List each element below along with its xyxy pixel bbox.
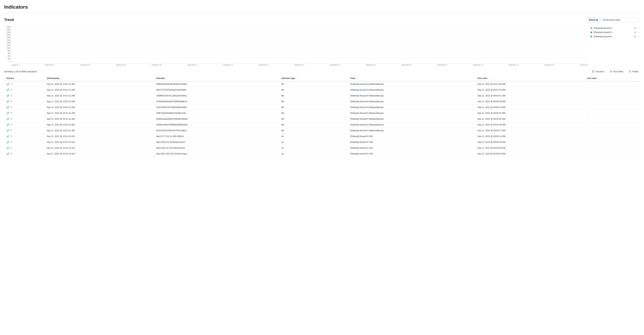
investigate-icon-2[interactable]: ☷ [10, 94, 12, 97]
table-row: 🔗 ☷ Sep 21, 2022 @ 10:01:31.299 799b73b4… [4, 110, 640, 116]
cell-first-seen-4: Sep 21, 2022 @ 09:56:14.000 [475, 104, 585, 110]
link-icon-9[interactable]: 🔗 [6, 135, 9, 138]
table-controls: ☰ Columns ⇅ Sort fields ☷ Fields [590, 69, 640, 73]
y-label-1200: 1200 [7, 44, 10, 46]
link-icon-2[interactable]: 🔗 [6, 94, 9, 97]
cell-actions-4: 🔗 ☷ [4, 104, 44, 110]
y-label-2600: 2600 [7, 26, 10, 28]
investigate-icon-12[interactable]: ☷ [10, 153, 12, 155]
investigate-icon-8[interactable]: ☷ [10, 129, 12, 132]
col-indicator[interactable]: Indicator ↓ [154, 76, 279, 81]
legend-item-2: [Filebeat] AbuseCH ... 0 ··· [590, 31, 640, 34]
chart-container: 2600 2400 2200 2000 1800 1600 1400 1200 … [4, 25, 640, 66]
col-first-seen[interactable]: First seen ↓ [475, 76, 585, 81]
cell-first-seen-10: Sep 21, 2022 @ 09:55:04.000 [475, 139, 585, 145]
legend-item-3: [Filebeat] AbuseCH ... 0 ··· [590, 35, 640, 38]
x-label-sep20: September 20 [366, 64, 376, 66]
link-icon-10[interactable]: 🔗 [6, 141, 9, 144]
col-feed[interactable]: Feed ↓ [348, 76, 475, 81]
y-label-800: 800 [8, 50, 10, 52]
cell-indicator-2: 750f9fe02c87bc12d01d873e94a... [154, 93, 279, 99]
stack-by-dropdown[interactable]: threat.feed.name ⌄ [601, 17, 640, 22]
y-label-1800: 1800 [7, 36, 10, 38]
investigate-icon-3[interactable]: ☷ [10, 100, 12, 103]
cell-actions-1: 🔗 ☷ [4, 87, 44, 93]
cell-timestamp-2: Sep 21, 2022 @ 10:01:31.299 [44, 93, 154, 99]
cell-actions-6: 🔗 ☷ [4, 116, 44, 122]
legend-label-3: [Filebeat] AbuseCH ... [594, 35, 633, 38]
cell-timestamp-0: Sep 21, 2022 @ 10:01:31.299 [44, 81, 154, 87]
link-icon-12[interactable]: 🔗 [6, 152, 9, 155]
sort-icon-last-seen: ↓ [598, 77, 599, 79]
fields-button[interactable]: ☷ Fields [628, 69, 640, 73]
table-body: 🔗 ☷ Sep 21, 2022 @ 10:01:31.299 e960b61b… [4, 81, 640, 157]
cell-first-seen-2: Sep 21, 2022 @ 09:56:41.000 [475, 93, 585, 99]
link-icon-11[interactable]: 🔗 [6, 147, 9, 149]
table-row: 🔗 ☷ Sep 21, 2022 @ 10:01:10.310 http://2… [4, 151, 640, 157]
table-row: 🔗 ☷ Sep 21, 2022 @ 10:01:10.310 http://2… [4, 139, 640, 145]
legend-item-1: [Filebeat] AbuseCH ... 0 ··· [590, 27, 640, 29]
legend-count-3: 0 [634, 35, 636, 38]
link-icon-1[interactable]: 🔗 [6, 88, 9, 91]
table-section: Showing 1-25 of 6658 indicators ☰ Column… [4, 69, 640, 157]
legend-dot-blue [590, 31, 592, 33]
cell-first-seen-7: Sep 21, 2022 @ 09:54:36.000 [475, 122, 585, 128]
table-row: 🔗 ☷ Sep 21, 2022 @ 10:01:31.299 1597e928… [4, 104, 640, 110]
cell-timestamp-7: Sep 21, 2022 @ 10:01:31.300 [44, 122, 154, 128]
legend-more-2[interactable]: ··· [638, 31, 640, 34]
legend-more-1[interactable]: ··· [638, 27, 640, 29]
y-label-1400: 1400 [7, 42, 10, 44]
investigate-icon-4[interactable]: ☷ [10, 106, 12, 109]
sort-icon-feed: ↓ [356, 77, 358, 79]
link-icon-0[interactable]: 🔗 [6, 83, 9, 85]
link-icon-4[interactable]: 🔗 [6, 106, 9, 109]
col-indicator-type[interactable]: Indicator type ↓ [279, 76, 348, 81]
cell-first-seen-0: Sep 21, 2022 @ 09:57:40.000 [475, 81, 585, 87]
x-axis: August 31 September 02 September 04 Sept… [12, 63, 588, 66]
cell-actions-0: 🔗 ☷ [4, 81, 44, 87]
investigate-icon-10[interactable]: ☷ [10, 141, 12, 143]
legend-count-1: 0 [634, 27, 636, 29]
x-label-sep28: September 28 [508, 64, 518, 66]
table-meta: Showing 1-25 of 6658 indicators ☰ Column… [4, 69, 640, 73]
x-label-sep24: September 24 [437, 64, 447, 66]
x-label-aug31: August 31 [12, 64, 19, 66]
cell-indicator-type-5: file [279, 110, 348, 116]
cell-timestamp-4: Sep 21, 2022 @ 10:01:31.299 [44, 104, 154, 110]
col-last-seen[interactable]: Last seen ↓ [585, 76, 640, 81]
cell-last-seen-10: - [585, 139, 640, 145]
y-label-400: 400 [8, 55, 10, 57]
investigate-icon-0[interactable]: ☷ [10, 83, 12, 85]
col-timestamp[interactable]: @timestamp ↓ [44, 76, 154, 81]
stack-by-value: threat.feed.name [603, 18, 620, 21]
cell-actions-7: 🔗 ☷ [4, 122, 44, 128]
investigate-icon-7[interactable]: ☷ [10, 123, 12, 126]
link-icon-3[interactable]: 🔗 [6, 100, 9, 103]
sort-fields-button[interactable]: ⇅ Sort fields [608, 69, 625, 73]
link-icon-7[interactable]: 🔗 [6, 123, 9, 126]
legend-count-2: 0 [634, 31, 636, 34]
cell-indicator-12: http://205.185.120.212/bins/mips... [154, 151, 279, 157]
cell-last-seen-3: - [585, 99, 640, 104]
investigate-icon-11[interactable]: ☷ [10, 147, 12, 149]
link-icon-5[interactable]: 🔗 [6, 112, 9, 115]
table-header: Actions @timestamp ↓ Indicator ↓ Indicat… [4, 76, 640, 81]
link-icon-6[interactable]: 🔗 [6, 117, 9, 120]
cell-indicator-8: bf7b31b15570b51e47f321e9bc4... [154, 128, 279, 134]
link-icon-8[interactable]: 🔗 [6, 129, 9, 132]
investigate-icon-9[interactable]: ☷ [10, 135, 12, 138]
cell-indicator-type-3: file [279, 99, 348, 104]
columns-button[interactable]: ☰ Columns [590, 69, 606, 73]
y-label-1600: 1600 [7, 39, 10, 41]
legend-more-3[interactable]: ··· [638, 35, 640, 38]
cell-indicator-5: 799b73b403e8bfeb76ed922cb5... [154, 110, 279, 116]
x-label-sep10: September 10 [187, 64, 197, 66]
columns-label: Columns [595, 70, 604, 73]
stack-by-control[interactable]: Stack by threat.feed.name ⌄ [586, 17, 640, 22]
cell-indicator-9: http://177.124.21.200:42881/i [154, 134, 279, 139]
investigate-icon-5[interactable]: ☷ [10, 112, 12, 114]
investigate-icon-1[interactable]: ☷ [10, 89, 12, 91]
chart-legend: [Filebeat] AbuseCH ... 0 ··· [Filebeat] … [590, 25, 640, 66]
investigate-icon-6[interactable]: ☷ [10, 118, 12, 120]
cell-actions-5: 🔗 ☷ [4, 110, 44, 116]
